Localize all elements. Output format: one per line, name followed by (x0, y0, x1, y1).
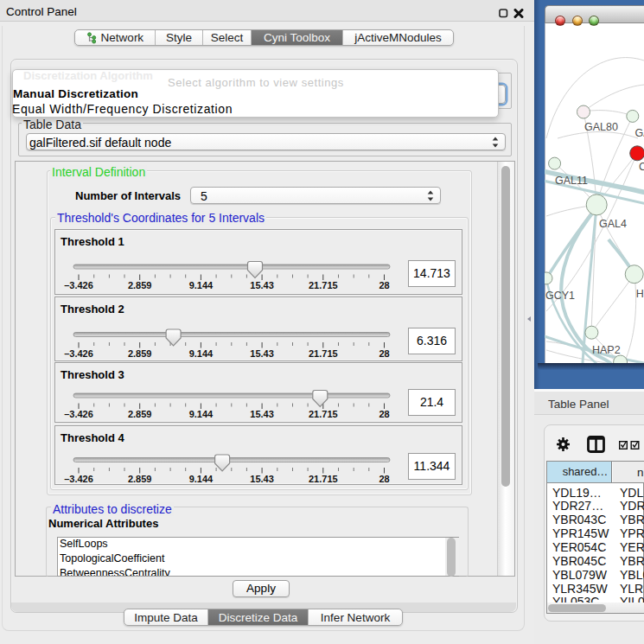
svg-text:28: 28 (379, 348, 389, 359)
svg-text:15.43: 15.43 (250, 409, 274, 419)
svg-text:–3.426: –3.426 (64, 409, 93, 419)
svg-text:28: 28 (379, 280, 389, 290)
svg-text:C: C (639, 161, 644, 173)
svg-text:9.144: 9.144 (189, 474, 214, 484)
svg-text:15.43: 15.43 (250, 474, 274, 484)
svg-text:21.715: 21.715 (309, 474, 338, 484)
svg-text:2.859: 2.859 (128, 409, 152, 419)
svg-text:9.144: 9.144 (189, 409, 214, 419)
svg-text:2.859: 2.859 (128, 348, 152, 359)
svg-text:15.43: 15.43 (250, 348, 274, 359)
svg-text:–3.426: –3.426 (64, 348, 93, 359)
svg-text:H: H (636, 288, 644, 300)
svg-text:21.715: 21.715 (309, 409, 338, 419)
svg-text:GA: GA (635, 127, 644, 139)
svg-text:21.715: 21.715 (309, 280, 338, 290)
svg-text:2.859: 2.859 (128, 474, 152, 484)
svg-text:28: 28 (379, 474, 389, 484)
svg-text:21.715: 21.715 (309, 348, 338, 359)
svg-text:9.144: 9.144 (189, 280, 214, 290)
svg-text:GAL4: GAL4 (599, 218, 627, 230)
svg-text:2.859: 2.859 (128, 280, 152, 290)
svg-text:HAP2: HAP2 (592, 344, 621, 356)
svg-text:28: 28 (379, 409, 389, 419)
svg-text:GAL11: GAL11 (555, 175, 588, 187)
svg-text:GCY1: GCY1 (545, 290, 575, 302)
svg-text:–3.426: –3.426 (64, 280, 93, 290)
svg-text:9.144: 9.144 (189, 348, 214, 359)
svg-text:15.43: 15.43 (250, 280, 274, 290)
svg-text:GAL80: GAL80 (584, 121, 618, 133)
svg-text:–3.426: –3.426 (64, 474, 93, 484)
